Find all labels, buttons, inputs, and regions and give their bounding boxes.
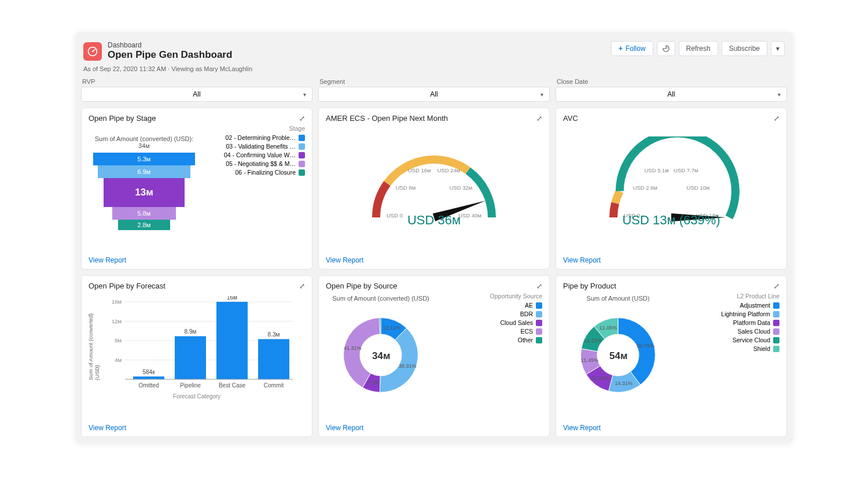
- legend-item[interactable]: Sales Cloud: [721, 328, 779, 335]
- legend-item[interactable]: Adjustment: [721, 302, 779, 309]
- svg-point-1: [92, 51, 94, 53]
- subscribe-label: Subscribe: [729, 45, 760, 53]
- filter-rvp-select[interactable]: All▾: [81, 87, 312, 102]
- follow-button[interactable]: +Follow: [611, 41, 653, 56]
- expand-icon[interactable]: ⤢: [536, 282, 542, 290]
- gauge-value: USD 36м: [326, 213, 542, 228]
- svg-text:12.11%: 12.11%: [382, 325, 400, 331]
- header-left: Dashboard Open Pipe Gen Dashboard: [83, 41, 232, 61]
- svg-text:USD 16м: USD 16м: [408, 167, 431, 173]
- expand-icon[interactable]: ⤢: [774, 114, 779, 123]
- view-report-link[interactable]: View Report: [563, 424, 779, 432]
- bar-chart: 4м8м12м16м584кOmitted8.9мPipeline16мBest…: [89, 296, 305, 394]
- svg-text:7.7%: 7.7%: [367, 380, 379, 386]
- y-axis-title: Sum of Amount (converted)(USD): [87, 313, 100, 380]
- legend-item[interactable]: 05 - Negotiating $$ & M…: [224, 160, 305, 167]
- legend-item[interactable]: BDR: [490, 310, 542, 317]
- funnel-chart: Sum of Amount (converted) (USD): 34м 5.3…: [92, 135, 196, 230]
- legend-item[interactable]: Shield: [721, 345, 779, 352]
- funnel-legend: Stage 02 - Determining Proble…03 - Valid…: [224, 125, 305, 178]
- funnel-segment[interactable]: 5.8м: [112, 207, 176, 220]
- svg-text:USD 24м: USD 24м: [437, 167, 460, 173]
- svg-text:12м: 12м: [112, 318, 122, 324]
- funnel-segment[interactable]: 5.3м: [93, 153, 195, 165]
- card-title: Open Pipe by Forecast: [89, 282, 165, 290]
- chevron-down-icon: ▾: [778, 91, 781, 98]
- svg-text:USD 5.1м: USD 5.1м: [644, 167, 668, 173]
- svg-text:12.22%: 12.22%: [592, 375, 610, 381]
- view-report-link[interactable]: View Report: [563, 256, 779, 264]
- funnel-subtitle: Sum of Amount (converted) (USD): 34м: [92, 135, 196, 149]
- donut-subtitle: Sum of Amount (USD): [563, 295, 673, 302]
- refresh-button[interactable]: Refresh: [679, 41, 718, 56]
- expand-icon[interactable]: ⤢: [299, 114, 305, 123]
- dashboard-header: Dashboard Open Pipe Gen Dashboard +Follo…: [81, 38, 787, 62]
- legend-item[interactable]: Cloud Sales: [490, 319, 542, 326]
- chevron-down-icon: ▾: [303, 91, 306, 98]
- legend-item[interactable]: Other: [490, 337, 542, 343]
- filter-bar: RVP All▾ Segment All▾ Close Date All▾: [81, 78, 787, 108]
- view-report-link[interactable]: View Report: [326, 424, 542, 432]
- chart-settings-button[interactable]: [657, 41, 675, 56]
- filter-closedate-select[interactable]: All▾: [556, 87, 787, 102]
- more-actions-button[interactable]: ▾: [771, 41, 785, 56]
- svg-text:8.3м: 8.3м: [268, 331, 280, 338]
- dashboard-meta: As of Sep 22, 2020 11:32 AM · Viewing as…: [81, 62, 787, 78]
- legend-item[interactable]: 03 - Validating Benefits …: [224, 143, 305, 150]
- svg-text:8м: 8м: [115, 337, 122, 343]
- svg-text:16м: 16м: [227, 296, 237, 301]
- legend-item[interactable]: 06 - Finalizing Closure: [224, 169, 305, 176]
- filter-rvp: RVP All▾: [81, 78, 312, 102]
- filter-segment: Segment All▾: [318, 78, 550, 102]
- card-title: AVC: [563, 114, 578, 123]
- funnel-segment[interactable]: 2.8м: [118, 220, 170, 230]
- card-open-pipe-by-forecast: Open Pipe by Forecast ⤢ Sum of Amount (c…: [81, 275, 312, 437]
- pie-icon: [662, 45, 670, 53]
- svg-text:39.76%: 39.76%: [637, 343, 654, 349]
- header-actions: +Follow Refresh Subscribe ▾: [611, 41, 785, 56]
- expand-icon[interactable]: ⤢: [774, 282, 779, 290]
- legend-item[interactable]: AE: [490, 302, 542, 309]
- card-avc-gauge: AVC ⤢ USD 0USD 2.6мUSD 5.1мUSD 7.7мUSD 1…: [556, 108, 787, 269]
- legend-item[interactable]: Lightning Platform: [721, 310, 779, 317]
- filter-label: Segment: [318, 78, 550, 85]
- card-pipe-by-product: Pipe by Product ⤢ Sum of Amount (USD) 39…: [556, 275, 787, 437]
- filter-label: Close Date: [556, 78, 787, 85]
- bar[interactable]: [216, 302, 248, 379]
- view-report-link[interactable]: View Report: [89, 424, 305, 432]
- svg-text:USD 2.6м: USD 2.6м: [633, 184, 657, 191]
- page-title: Open Pipe Gen Dashboard: [108, 49, 232, 61]
- svg-text:Best Case: Best Case: [219, 382, 246, 389]
- legend-item[interactable]: ECS: [490, 328, 542, 335]
- dashboard-icon: [83, 42, 102, 61]
- expand-icon[interactable]: ⤢: [299, 282, 305, 290]
- funnel-segment[interactable]: 6.9м: [98, 165, 190, 178]
- bar[interactable]: [258, 339, 289, 379]
- svg-text:Pipeline: Pipeline: [180, 382, 201, 389]
- legend-item[interactable]: 02 - Determining Proble…: [224, 134, 305, 141]
- svg-text:38.31%: 38.31%: [399, 363, 417, 369]
- svg-text:8.9м: 8.9м: [185, 328, 197, 335]
- bar[interactable]: [133, 376, 164, 379]
- filter-label: RVP: [81, 78, 312, 85]
- view-report-link[interactable]: View Report: [326, 256, 542, 264]
- legend-item[interactable]: Platform Data: [721, 319, 779, 326]
- subscribe-button[interactable]: Subscribe: [722, 41, 767, 56]
- refresh-label: Refresh: [686, 45, 711, 53]
- view-report-link[interactable]: View Report: [89, 256, 305, 264]
- legend-item[interactable]: 04 - Confirming Value W…: [224, 151, 305, 158]
- donut-center-value: 54м: [609, 350, 628, 362]
- bar[interactable]: [175, 336, 206, 379]
- legend-item[interactable]: Service Cloud: [721, 337, 779, 343]
- svg-text:11.21%: 11.21%: [584, 338, 602, 343]
- card-grid: Open Pipe by Stage ⤢ Sum of Amount (conv…: [81, 108, 787, 437]
- svg-text:USD 32м: USD 32м: [450, 184, 473, 191]
- card-open-pipe-by-source: Open Pipe by Source ⤢ Sum of Amount (con…: [318, 275, 550, 437]
- donut-center-value: 34м: [372, 350, 391, 362]
- filter-segment-select[interactable]: All▾: [318, 87, 550, 102]
- expand-icon[interactable]: ⤢: [536, 114, 542, 123]
- svg-text:14.31%: 14.31%: [615, 380, 632, 386]
- card-title: Open Pipe by Stage: [89, 114, 156, 123]
- funnel-segment[interactable]: 13м: [104, 178, 185, 207]
- filter-value: All: [430, 90, 437, 98]
